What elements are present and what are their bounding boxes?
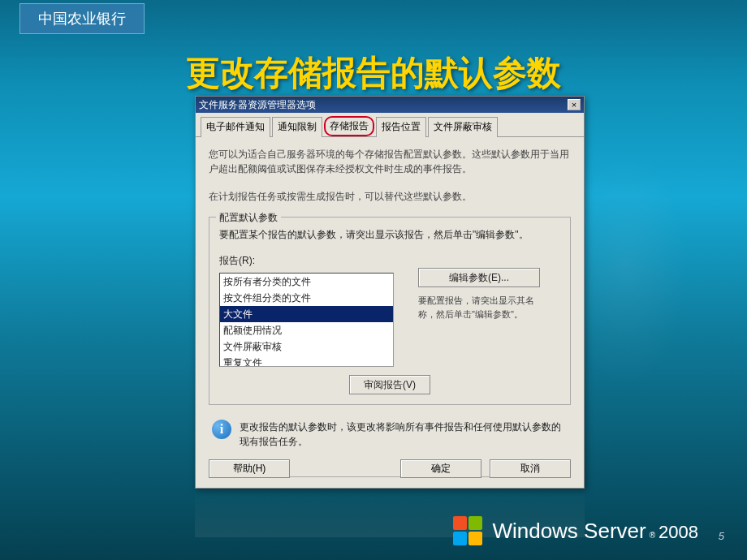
titlebar[interactable]: 文件服务器资源管理器选项 ×	[196, 97, 584, 113]
side-hint: 要配置报告，请突出显示其名称，然后单击"编辑参数"。	[418, 294, 540, 321]
ok-button[interactable]: 确定	[400, 459, 481, 478]
list-item[interactable]: 按文件组分类的文件	[220, 290, 393, 306]
dialog-content: 您可以为适合自己服务器环境的每个存储报告配置默认参数。这些默认参数用于当用户超出…	[196, 137, 584, 472]
edit-params-button[interactable]: 编辑参数(E)...	[418, 268, 540, 287]
org-badge: 中国农业银行	[19, 3, 145, 34]
cancel-button[interactable]: 取消	[490, 459, 571, 478]
tab-storage-report[interactable]: 存储报告	[324, 116, 374, 136]
close-button[interactable]: ×	[568, 99, 581, 110]
dialog-button-row: 帮助(H) 确定 取消	[209, 459, 571, 478]
intro-text-1: 您可以为适合自己服务器环境的每个存储报告配置默认参数。这些默认参数用于当用户超出…	[209, 147, 571, 176]
brand-year: 2008	[658, 522, 698, 543]
slide-title: 更改存储报告的默认参数	[0, 50, 747, 96]
intro-text-2: 在计划报告任务或按需生成报告时，可以替代这些默认参数。	[209, 189, 571, 204]
list-item[interactable]: 按所有者分类的文件	[220, 274, 393, 290]
tab-report-location[interactable]: 报告位置	[376, 117, 426, 137]
list-item[interactable]: 文件屏蔽审核	[220, 338, 393, 355]
dialog-title: 文件服务器资源管理器选项	[199, 98, 316, 112]
tab-file-screen-audit[interactable]: 文件屏蔽审核	[428, 117, 498, 137]
default-params-group: 配置默认参数 要配置某个报告的默认参数，请突出显示该报告，然后单击"编辑参数"。…	[209, 217, 571, 405]
group-hint: 要配置某个报告的默认参数，请突出显示该报告，然后单击"编辑参数"。	[219, 227, 560, 242]
brand-text: Windows Server	[492, 519, 646, 544]
list-label: 报告(R):	[219, 253, 560, 268]
tab-email[interactable]: 电子邮件通知	[201, 117, 270, 137]
info-text: 更改报告的默认参数时，该更改将影响所有事件报告和任何使用默认参数的现有报告任务。	[240, 420, 568, 449]
options-dialog: 文件服务器资源管理器选项 × 电子邮件通知 通知限制 存储报告 报告位置 文件屏…	[195, 96, 585, 489]
reports-listbox[interactable]: 按所有者分类的文件 按文件组分类的文件 大文件 配额使用情况 文件屏蔽审核 重复…	[219, 273, 394, 367]
tab-notification-limit[interactable]: 通知限制	[272, 117, 322, 137]
info-icon: i	[212, 420, 231, 439]
windows-branding: Windows Server ® 2008	[453, 516, 698, 545]
page-number: 5	[719, 530, 724, 542]
review-report-button[interactable]: 审阅报告(V)	[349, 375, 430, 394]
info-row: i 更改报告的默认参数时，该更改将影响所有事件报告和任何使用默认参数的现有报告任…	[212, 420, 568, 449]
list-item-selected[interactable]: 大文件	[220, 306, 393, 322]
help-button[interactable]: 帮助(H)	[209, 459, 290, 478]
group-title: 配置默认参数	[216, 210, 281, 225]
list-item[interactable]: 重复文件	[220, 355, 393, 367]
tab-bar: 电子邮件通知 通知限制 存储报告 报告位置 文件屏蔽审核	[196, 113, 584, 137]
list-item[interactable]: 配额使用情况	[220, 322, 393, 338]
windows-flag-icon	[453, 516, 482, 545]
